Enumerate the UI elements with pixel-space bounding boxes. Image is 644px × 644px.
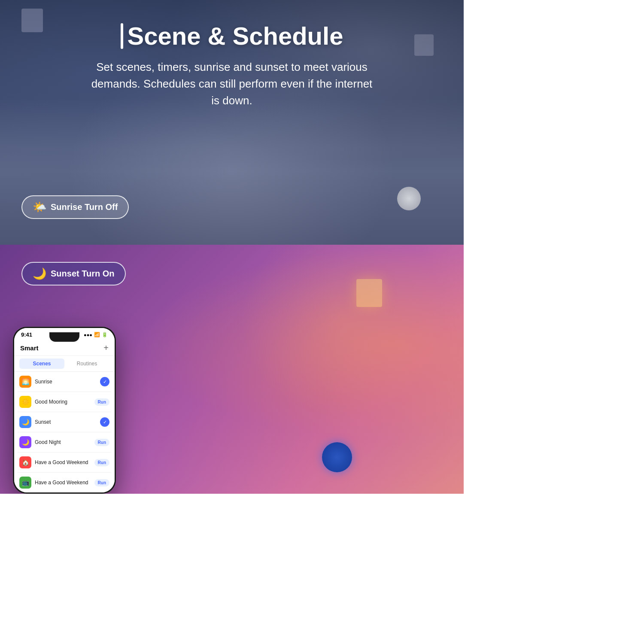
sunrise-badge[interactable]: 🌤️ Sunrise Turn Off	[21, 195, 129, 219]
item-icon-weekend2: 📺	[19, 477, 31, 489]
bottom-section: 🌙 Sunset Turn On 9:41 ●●● 📶 🔋	[0, 245, 464, 494]
list-item[interactable]: 🏠 Have a Good Weekend Run	[18, 453, 111, 473]
title-bar: Scene & Schedule	[17, 21, 447, 50]
sunrise-label: Sunrise Turn Off	[51, 202, 118, 212]
phone-header-title: Smart	[20, 344, 39, 352]
item-run-weekend1[interactable]: Run	[94, 459, 109, 466]
tab-scenes[interactable]: Scenes	[19, 358, 64, 369]
item-icon-sunset: 🌙	[19, 416, 31, 428]
top-content: Scene & Schedule Set scenes, timers, sun…	[0, 0, 464, 139]
sunset-icon: 🌙	[33, 267, 46, 280]
list-item[interactable]: 🌙 Sunset ✓	[18, 412, 111, 432]
notch	[49, 332, 79, 342]
phone-frame: 9:41 ●●● 📶 🔋 Smart +	[13, 327, 116, 494]
sunrise-icon: 🌤️	[33, 200, 46, 214]
item-name-morning: Good Mooring	[35, 399, 67, 405]
person-scene	[163, 245, 464, 494]
item-icon-morning: ☀️	[19, 396, 31, 408]
subtitle: Set scenes, timers, sunrise and sunset t…	[86, 59, 378, 109]
tab-routines[interactable]: Routines	[64, 358, 109, 369]
list-item[interactable]: 🌙 Good Night Run	[18, 432, 111, 453]
item-left: 📺 Have a Good Weekend	[19, 477, 88, 489]
title-accent	[121, 23, 123, 49]
sunset-label: Sunset Turn On	[51, 269, 115, 279]
item-name-weekend1: Have a Good Weekend	[35, 459, 88, 465]
item-left: ☀️ Good Mooring	[19, 396, 67, 408]
battery-icon: 🔋	[102, 332, 108, 337]
phone-header: Smart +	[14, 340, 115, 356]
item-run-weekend2[interactable]: Run	[94, 479, 109, 486]
status-icons: ●●● 📶 🔋	[84, 332, 108, 337]
item-name-sunrise: Sunrise	[35, 379, 52, 385]
status-time: 9:41	[21, 331, 32, 338]
list-item[interactable]: 📺 Have a Good Weekend Run	[18, 473, 111, 492]
sunset-badge[interactable]: 🌙 Sunset Turn On	[21, 262, 126, 286]
item-name-goodnight: Good Night	[35, 439, 61, 445]
item-run-goodnight[interactable]: Run	[94, 439, 109, 446]
item-left: 🌅 Sunrise	[19, 376, 52, 388]
item-left: 🌙 Good Night	[19, 436, 61, 448]
item-icon-goodnight: 🌙	[19, 436, 31, 448]
item-check-sunset: ✓	[100, 417, 109, 427]
item-left: 🏠 Have a Good Weekend	[19, 456, 88, 468]
item-icon-sunrise: 🌅	[19, 376, 31, 388]
phone-mockup: 9:41 ●●● 📶 🔋 Smart +	[13, 327, 116, 494]
phone-inner: 9:41 ●●● 📶 🔋 Smart +	[14, 328, 115, 492]
phone-list: 🌅 Sunrise ✓ ☀️ Good Mooring Run	[14, 372, 115, 492]
add-button[interactable]: +	[103, 343, 109, 353]
item-name-weekend2: Have a Good Weekend	[35, 480, 88, 486]
list-item[interactable]: 🌅 Sunrise ✓	[18, 372, 111, 392]
item-check-sunrise: ✓	[100, 377, 109, 386]
smart-speaker	[397, 187, 421, 210]
main-title: Scene & Schedule	[128, 21, 343, 50]
top-section: Scene & Schedule Set scenes, timers, sun…	[0, 0, 464, 245]
item-run-morning[interactable]: Run	[94, 398, 109, 406]
list-item[interactable]: ☀️ Good Mooring Run	[18, 392, 111, 412]
wifi-icon: 📶	[94, 332, 100, 337]
phone-tabs: Scenes Routines	[14, 356, 115, 372]
signal-icon: ●●●	[84, 332, 92, 337]
item-name-sunset: Sunset	[35, 419, 51, 425]
item-left: 🌙 Sunset	[19, 416, 51, 428]
item-icon-weekend1: 🏠	[19, 456, 31, 468]
